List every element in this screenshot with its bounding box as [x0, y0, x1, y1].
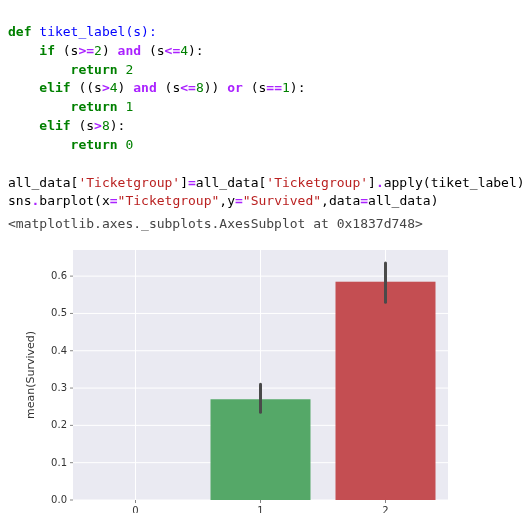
svg-text:0.6: 0.6 — [51, 270, 67, 281]
svg-rect-31 — [336, 282, 436, 500]
code-cell: def tiket_label(s): if (s>=2) and (s<=4)… — [8, 4, 514, 211]
svg-rect-27 — [211, 399, 311, 500]
chart: 0.00.10.20.30.40.50.6012Ticketgroupmean(… — [8, 240, 514, 513]
svg-text:1: 1 — [257, 505, 263, 513]
svg-text:0.2: 0.2 — [51, 419, 67, 430]
svg-text:mean(Survived): mean(Survived) — [24, 331, 37, 419]
svg-text:0.1: 0.1 — [51, 457, 67, 468]
svg-text:0.4: 0.4 — [51, 345, 67, 356]
output-repr: <matplotlib.axes._subplots.AxesSubplot a… — [8, 215, 514, 234]
svg-text:0.0: 0.0 — [51, 494, 67, 505]
svg-text:0.3: 0.3 — [51, 382, 67, 393]
svg-text:2: 2 — [382, 505, 388, 513]
svg-text:0.5: 0.5 — [51, 308, 67, 319]
barplot: 0.00.10.20.30.40.50.6012Ticketgroupmean(… — [18, 240, 458, 513]
svg-text:0: 0 — [132, 505, 138, 513]
